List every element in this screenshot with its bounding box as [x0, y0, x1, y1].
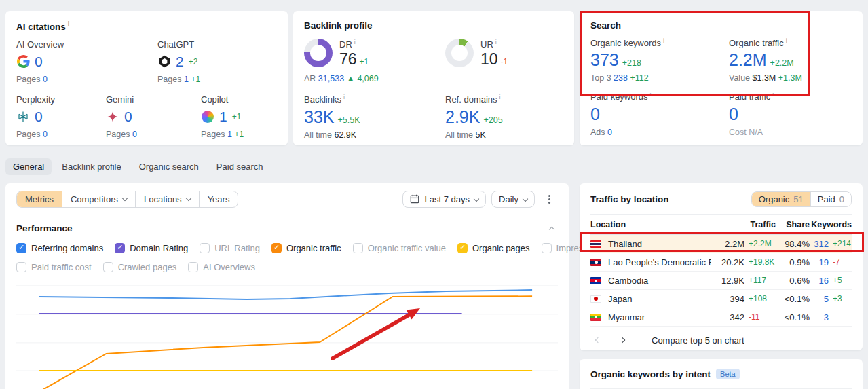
traffic-value-delta: +1.3M	[778, 73, 802, 83]
metric-checkbox-organic-pages[interactable]: Organic pages	[457, 243, 530, 253]
location-name[interactable]: Japan	[603, 294, 711, 304]
pages-count[interactable]: 1	[227, 130, 232, 139]
ref-domains-block: Ref. domains 2.9K+205 All time 5K	[445, 94, 563, 139]
traffic-delta: +2.2M	[744, 239, 776, 248]
ur-label: UR	[480, 39, 493, 50]
metric-label: Organic traffic value	[368, 243, 446, 253]
card-title: AI citations	[16, 22, 66, 32]
perplexity-icon	[16, 110, 30, 124]
pages-label: Pages	[201, 130, 225, 139]
ur-donut	[445, 39, 474, 67]
checkbox-icon	[16, 243, 26, 253]
keywords-count[interactable]: 312	[810, 239, 829, 249]
toggle-paid[interactable]: Paid0	[810, 192, 851, 206]
pages-label: Pages	[16, 130, 40, 139]
backlinks-label: Backlinks	[304, 95, 341, 105]
paid-keywords-value[interactable]: 0	[590, 105, 729, 124]
compare-top5-link[interactable]: Compare top 5 on chart	[652, 335, 744, 346]
tab-general[interactable]: General	[5, 158, 52, 175]
table-row-laos[interactable]: Lao People's Democratic Reput 20.2K +19.…	[590, 253, 852, 272]
copilot-icon	[201, 110, 214, 124]
tab-backlink-profile[interactable]: Backlink profile	[54, 158, 128, 175]
keywords-count[interactable]: 3	[810, 312, 829, 322]
dr-block: DR 76+1	[304, 39, 445, 69]
previous-page-button[interactable]	[590, 333, 605, 348]
pages-count[interactable]: 0	[43, 75, 48, 84]
table-row-cambodia[interactable]: Cambodia 12.9K +117 0.6% 16 +5	[590, 272, 852, 290]
location-name[interactable]: Cambodia	[603, 276, 711, 286]
pages-label: Pages	[16, 75, 40, 84]
metric-checkbox-domain-rating[interactable]: Domain Rating	[115, 243, 188, 253]
ai-item-value[interactable]: 0	[35, 54, 43, 70]
ai-item-value[interactable]: 0	[124, 109, 132, 125]
ads-count[interactable]: 0	[607, 128, 612, 137]
organic-keywords-value[interactable]: 373+218	[590, 50, 729, 70]
share-value: 98.4%	[776, 239, 810, 249]
keywords-count[interactable]: 19	[810, 257, 829, 267]
table-row-japan[interactable]: Japan 394 +108 <0.1% 5 +3	[590, 290, 852, 308]
organic-traffic-block: Organic traffic 2.2M+2.2M Value $1.3M +1…	[729, 37, 852, 83]
ref-domains-value[interactable]: 2.9K+205	[445, 107, 563, 127]
metric-checkbox-referring-domains[interactable]: Referring domains	[16, 243, 103, 253]
ai-item-value[interactable]: 2	[176, 54, 184, 70]
traffic-delta: +117	[744, 276, 776, 285]
granularity-button[interactable]: Daily	[491, 191, 535, 208]
table-header: Location Traffic Share Keywords	[590, 214, 852, 235]
table-row-myanmar[interactable]: Myanmar 342 -11 <0.1% 3	[590, 308, 852, 327]
metric-checkbox-organic-traffic-value[interactable]: Organic traffic value	[353, 243, 446, 253]
metric-checkbox-organic-traffic[interactable]: Organic traffic	[271, 243, 341, 253]
segment-locations[interactable]: Locations	[136, 191, 200, 207]
ai-item-value[interactable]: 1	[219, 109, 227, 125]
tab-organic-search[interactable]: Organic search	[132, 158, 206, 175]
pages-count[interactable]: 1	[184, 75, 189, 84]
more-options-button[interactable]	[540, 190, 558, 208]
toggle-organic[interactable]: Organic51	[752, 192, 810, 206]
paid-traffic-value[interactable]: 0	[729, 105, 852, 124]
share-value: 0.9%	[776, 257, 810, 267]
organic-traffic-value[interactable]: 2.2M+2.2M	[729, 50, 852, 70]
traffic-value: 342	[711, 312, 744, 322]
segment-years[interactable]: Years	[200, 191, 238, 207]
ai-item-value[interactable]: 0	[35, 109, 43, 125]
share-value: <0.1%	[776, 312, 810, 322]
ar-value[interactable]: 31,533	[318, 74, 344, 84]
pages-count[interactable]: 0	[43, 130, 48, 139]
table-row-thailand[interactable]: Thailand 2.2M +2.2M 98.4% 312 +214	[590, 235, 852, 253]
keywords-count[interactable]: 16	[810, 276, 829, 286]
collapse-section-button[interactable]	[546, 222, 558, 234]
segment-competitors[interactable]: Competitors	[62, 191, 136, 207]
location-name[interactable]: Lao People's Democratic Reput	[603, 257, 711, 267]
backlinks-value[interactable]: 33K+5.5K	[304, 107, 445, 127]
metric-label: Referring domains	[31, 243, 103, 253]
checkbox-icon	[542, 243, 552, 253]
chart-controls: Metrics Competitors Locations Years Last…	[16, 190, 558, 208]
date-controls: Last 7 days Daily	[402, 190, 558, 208]
performance-panel: Metrics Competitors Locations Years Last…	[5, 183, 569, 389]
pages-count[interactable]: 0	[132, 130, 137, 139]
next-page-button[interactable]	[615, 333, 630, 348]
traffic-delta: +19.8K	[744, 257, 776, 267]
card-title: Backlink profile	[304, 20, 563, 31]
location-name[interactable]: Myanmar	[603, 312, 711, 322]
ai-citations-card: AI citations AI Overview 0 Pages 0 ChatG…	[5, 11, 288, 145]
tab-paid-search[interactable]: Paid search	[209, 158, 271, 175]
organic-traffic-label: Organic traffic	[729, 38, 784, 48]
dr-label: DR	[339, 39, 352, 50]
metric-label: Domain Rating	[130, 243, 188, 253]
card-title: Search	[590, 20, 852, 31]
date-range-button[interactable]: Last 7 days	[402, 191, 487, 208]
checkbox-icon	[271, 243, 282, 253]
chevron-down-icon	[523, 196, 528, 201]
segment-metrics[interactable]: Metrics	[17, 191, 62, 207]
ai-item-label: AI Overview	[16, 39, 157, 50]
location-name[interactable]: Thailand	[603, 239, 711, 249]
share-value: <0.1%	[776, 294, 810, 304]
traffic-value-amount: $1.3M	[753, 73, 776, 83]
keywords-count[interactable]: 5	[810, 294, 829, 304]
top3-value[interactable]: 238	[614, 73, 628, 83]
dr-donut	[304, 39, 333, 67]
metric-checkbox-url-rating[interactable]: URL Rating	[200, 243, 260, 253]
pages-label: Pages	[106, 130, 130, 139]
ai-citations-title: AI citations	[16, 20, 277, 32]
metric-label: Organic traffic	[286, 243, 341, 253]
